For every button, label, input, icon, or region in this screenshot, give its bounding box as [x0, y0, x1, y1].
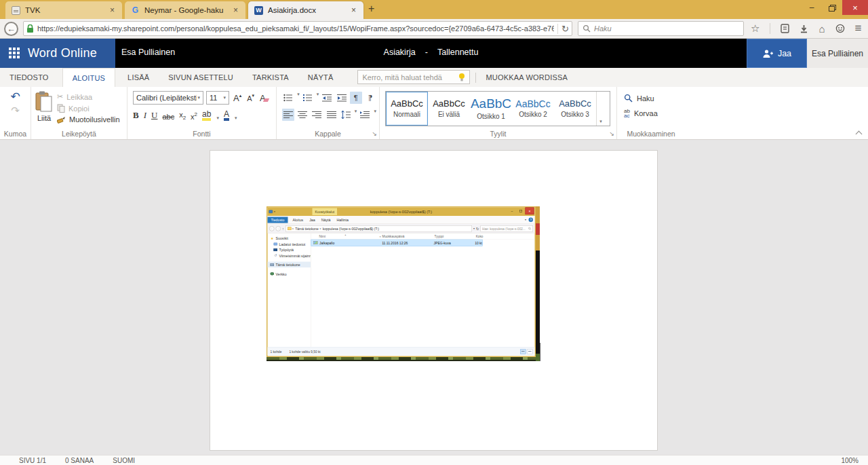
menu-hamburger-icon[interactable]: ≡ — [855, 22, 862, 35]
style-ei-valia[interactable]: AaBbCc Ei väliä — [428, 92, 470, 126]
replace-button[interactable]: abac Korvaa — [624, 109, 682, 118]
tab-nayta[interactable]: NÄYTÄ — [298, 68, 343, 87]
ribbon-expand-icon: ▾ — [525, 219, 526, 222]
shrink-font-button[interactable]: A▾ — [245, 92, 256, 103]
edit-in-word-button[interactable]: MUOKKAA WORDISSA — [481, 68, 572, 87]
share-button[interactable]: Jaa — [747, 39, 807, 68]
embedded-screenshot-image[interactable]: ▾ Kuvatyökalut koppulesa (\\ope-s-002\op… — [267, 206, 540, 361]
paragraph-indent-button[interactable] — [359, 109, 371, 121]
app-name[interactable]: Word Online — [28, 46, 97, 60]
tab-lisaa[interactable]: LISÄÄ — [118, 68, 159, 87]
explorer-close-button: × — [526, 208, 534, 215]
restore-button[interactable] — [822, 0, 842, 15]
account-name[interactable]: Esa Pulliainen — [807, 39, 868, 68]
tab-sivun-asettelu[interactable]: SIVUN ASETTELU — [159, 68, 243, 87]
cut-button[interactable]: ✂ Leikkaa — [57, 92, 120, 101]
line-spacing-button[interactable] — [340, 109, 352, 121]
font-size-select[interactable]: 11 ▾ — [206, 91, 229, 105]
word-online-appbar: Word Online Esa Pulliainen Asiakirja - T… — [0, 39, 868, 68]
app-launcher-icon[interactable] — [9, 48, 20, 59]
grow-font-button[interactable]: A▴ — [232, 92, 243, 104]
style-gallery-more-button[interactable]: ▾ — [596, 92, 605, 126]
explorer-menu-aloitus: Aloitus — [290, 217, 306, 223]
browser-tab-tvk[interactable]: TVK × — [5, 1, 122, 19]
style-preview: AaBbCc — [559, 99, 591, 109]
group-label: Leikepöytä — [31, 130, 127, 138]
format-painter-button[interactable]: Muotoilusivellin — [57, 115, 120, 124]
tab-close-icon[interactable]: × — [232, 5, 239, 15]
font-color-button[interactable]: A — [224, 110, 229, 121]
chevron-down-icon[interactable]: ▾ — [374, 109, 376, 121]
align-center-button[interactable] — [296, 109, 309, 121]
bold-button[interactable]: B — [133, 110, 139, 121]
word-count[interactable]: 0 SANAA — [65, 457, 94, 464]
reload-icon[interactable]: ↻ — [557, 24, 569, 34]
decrease-indent-button[interactable] — [321, 92, 333, 104]
back-button[interactable]: ← — [4, 22, 18, 36]
language-indicator[interactable]: SUOMI — [113, 457, 135, 464]
home-icon[interactable]: ⌂ — [818, 23, 825, 35]
zoom-level[interactable]: 100% — [841, 457, 859, 464]
style-otsikko-1[interactable]: AaBbC Otsikko 1 — [470, 92, 512, 126]
bookmarks-clipboard-icon[interactable] — [781, 24, 789, 33]
numbered-list-button[interactable] — [302, 92, 314, 104]
chevron-down-icon[interactable]: ▾ — [317, 92, 319, 104]
tab-tiedosto[interactable]: TIEDOSTO — [0, 68, 58, 87]
justify-button[interactable] — [325, 109, 337, 121]
page-indicator[interactable]: SIVU 1/1 — [19, 457, 46, 464]
new-tab-button[interactable]: + — [368, 3, 374, 15]
align-right-icon — [312, 111, 321, 119]
rtl-direction-button[interactable]: ¶ — [364, 92, 376, 104]
tell-me-box[interactable]: Kerro, mitä haluat tehdä — [357, 70, 470, 84]
tab-close-icon[interactable]: × — [350, 5, 357, 15]
undo-icon[interactable]: ↶ — [10, 91, 20, 103]
document-page[interactable]: ▾ Kuvatyökalut koppulesa (\\ope-s-002\op… — [210, 150, 658, 451]
downloads-icon[interactable] — [800, 24, 808, 33]
collapse-ribbon-button[interactable] — [856, 131, 863, 135]
minimize-button[interactable]: – — [802, 0, 822, 15]
bookmark-star-icon[interactable]: ☆ — [751, 22, 760, 35]
hello-smiley-icon[interactable] — [835, 24, 845, 33]
clear-formatting-button[interactable]: A — [258, 92, 270, 104]
chevron-down-icon[interactable]: ▾ — [297, 92, 300, 104]
chevron-down-icon[interactable]: ▾ — [235, 115, 237, 121]
close-button[interactable]: × — [842, 0, 868, 15]
strikethrough-button[interactable]: abc — [162, 113, 174, 121]
replace-icon-bottom: ac — [624, 113, 629, 119]
url-bar[interactable]: https://edupieksamaki-my.sharepoint.com/… — [23, 21, 572, 36]
redo-icon[interactable]: ↷ — [11, 105, 20, 115]
ribbon-spacer — [685, 87, 868, 139]
word-favicon: W — [254, 6, 263, 15]
subscript-button[interactable]: x2 — [179, 111, 186, 121]
superscript-button[interactable]: x2 — [191, 111, 197, 121]
style-normaali[interactable]: AaBbCc Normaali — [386, 92, 428, 126]
chevron-down-icon: ▾ — [473, 227, 475, 230]
style-otsikko-2[interactable]: AaBbCc Otsikko 2 — [512, 92, 554, 126]
find-button[interactable]: Haku — [624, 94, 682, 103]
browser-tab-asiakirja[interactable]: W Asiakirja.docx × — [248, 1, 363, 19]
style-otsikko-3[interactable]: AaBbCc Otsikko 3 — [554, 92, 596, 126]
font-family-select[interactable]: Calibri (Leipäteksti ▾ — [133, 91, 203, 105]
browser-tab-google[interactable]: G Neymar - Google-haku × — [125, 1, 245, 19]
tab-close-icon[interactable]: × — [108, 5, 116, 15]
highlight-button[interactable]: ab — [202, 110, 211, 121]
text-cursor — [540, 343, 540, 361]
chevron-down-icon[interactable]: ▾ — [216, 115, 219, 121]
italic-button[interactable]: I — [144, 110, 146, 121]
align-right-button[interactable] — [311, 109, 323, 121]
group-label: Kappale — [277, 130, 379, 138]
dialog-launcher-icon[interactable]: ↘ — [609, 130, 614, 137]
increase-indent-button[interactable] — [336, 92, 348, 104]
document-canvas[interactable]: ▾ Kuvatyökalut koppulesa (\\ope-s-002\op… — [0, 140, 868, 455]
underline-button[interactable]: U — [151, 110, 157, 121]
chevron-down-icon[interactable]: ▾ — [355, 109, 357, 121]
align-left-button[interactable] — [282, 109, 294, 121]
share-label: Jaa — [778, 49, 791, 58]
tab-aloitus[interactable]: ALOITUS — [62, 68, 115, 87]
browser-search-box[interactable]: Haku — [578, 21, 744, 36]
bullet-list-button[interactable] — [282, 92, 294, 104]
ltr-direction-button[interactable]: ¶ — [350, 92, 362, 104]
tab-tarkista[interactable]: TARKISTA — [243, 68, 298, 87]
copy-button[interactable]: Kopioi — [57, 104, 120, 113]
dialog-launcher-icon[interactable]: ↘ — [372, 130, 377, 137]
